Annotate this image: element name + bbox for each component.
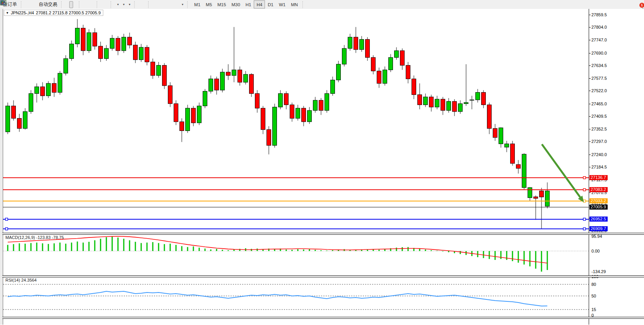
periods-button[interactable]: ▾ [121,1,126,8]
axis-tick [589,129,591,129]
toolbar-separator [79,1,81,8]
toolbar-separator [187,1,190,8]
price-line-label: 26909.7 [589,226,608,231]
axis-label: 50 [591,294,596,298]
toolbar-separator [21,1,23,8]
axis-label: 27522.0 [591,88,607,93]
axis-label: 0.00 [591,249,600,253]
axis-label: -134.29 [591,269,606,274]
main-chart-canvas[interactable] [3,9,589,233]
chart-title-box[interactable]: ▼ JPN225-,H4 27081.2 27115.8 27000.5 270… [4,10,103,16]
chevron-down-icon: ▼ [6,11,9,15]
toolbar-separator [61,1,63,8]
rsi-indicator-label: RSI(14) 24.3564 [5,278,37,282]
axis-tick [589,155,591,155]
timeframe-m1[interactable]: M1 [191,0,203,9]
axis-label: 15 [591,307,596,312]
pane-separator [2,317,644,319]
axis-label: 27297.0 [591,139,607,144]
quotes-button[interactable] [25,1,29,8]
signals-button[interactable] [33,1,37,8]
chart-window: ▼ JPN225-,H4 27081.2 27115.8 27000.5 270… [0,9,644,325]
toolbar-separator [97,1,99,8]
dropdown-caret: ▾ [129,3,130,6]
timeframe-h1[interactable]: H1 [243,0,254,9]
rsi-canvas[interactable] [3,277,589,317]
notification-badge: 1 [639,3,644,8]
market-watch-button[interactable] [29,1,33,8]
pane-separator[interactable] [2,275,644,277]
ohlc-values: 27081.2 27115.8 27000.5 27005.9 [36,10,101,15]
fibonacci-button[interactable]: F [168,1,172,8]
toolbar-separator [111,1,113,8]
axis-tick [589,53,591,53]
price-line-label: 27005.9 [589,205,608,210]
axis-tick [589,167,591,167]
axis-label: 27409.5 [591,114,607,119]
axis-label: 27240.0 [591,152,607,157]
axis-tick [589,104,591,104]
axis-tick [589,116,591,117]
price-line-label: 27033.2 [589,198,608,203]
timeframe-mn[interactable]: MN [288,0,301,9]
search-icon[interactable] [0,0,6,6]
vertical-line-button[interactable] [152,1,156,8]
timeframe-m15[interactable]: M15 [215,0,229,9]
new-chart-button[interactable]: ▾ [115,1,121,8]
chart-shift-button[interactable] [105,1,109,8]
timeframe-h4[interactable]: H4 [254,0,265,9]
timeframe-m30[interactable]: M30 [229,0,243,9]
axis-tick [589,193,591,193]
zoom-out-button[interactable] [87,1,91,8]
toolbar-separator [302,1,305,8]
axis-label: 27859.5 [591,12,607,17]
timeframe-group: M1M5M15M30H1H4D1W1MN [190,0,302,9]
axis-label: 27184.5 [591,165,607,169]
axis-tick [589,91,591,91]
pane-separator[interactable] [2,233,644,235]
text-button[interactable]: A [172,1,176,8]
crosshair-button[interactable] [142,1,146,8]
timeframe-m5[interactable]: M5 [203,0,215,9]
symbol-period-label: JPN225-,H4 [11,10,34,15]
autotrading-button[interactable]: 自动交易 [37,1,59,8]
toolbar-separator [134,1,137,8]
axis-label: 27634.5 [591,63,607,68]
trendline-button[interactable] [160,1,164,8]
axis-label: 27465.0 [591,101,607,106]
equidistant-channel-button[interactable]: E [164,1,168,8]
axis-label: 27352.5 [591,127,607,131]
autotrading-label: 自动交易 [39,1,57,8]
price-line-label: 27083.2 [589,187,608,192]
main-toolbar: 新订单 自动交易 [0,0,644,9]
axis-tick [589,78,591,79]
line-chart-button[interactable] [73,1,77,8]
candlestick-chart-button[interactable] [69,1,73,8]
dropdown-caret: ▾ [182,3,183,6]
arrows-button[interactable]: ▾ [179,1,185,8]
macd-indicator-label: MACD(12,26,9) -123.83 -78.75 [5,235,64,240]
rsi-line [8,291,547,306]
tile-windows-button[interactable] [91,1,95,8]
price-line-label: 27136.7 [589,175,608,180]
mt4-terminal: 新订单 自动交易 [0,0,644,325]
text-label-button[interactable]: T [176,1,179,8]
timeframe-w1[interactable]: W1 [276,0,288,9]
axis-tick [589,141,591,142]
dropdown-caret: ▾ [123,3,125,6]
macd-canvas[interactable] [3,234,589,275]
toolbar-separator [148,1,150,8]
horizontal-line-button[interactable] [156,1,160,8]
axis-label: 27804.0 [591,25,607,29]
cursor-button[interactable] [138,1,142,8]
auto-scroll-button[interactable] [101,1,105,8]
axis-tick [589,15,591,15]
templates-button[interactable]: ▾ [126,1,132,8]
dropdown-caret: ▾ [117,3,119,6]
axis-label: 27747.0 [591,38,607,42]
bar-chart-button[interactable] [65,1,69,8]
axis-label: 27577.5 [591,76,607,81]
axis-label: 27690.0 [591,51,607,55]
timeframe-d1[interactable]: D1 [265,0,276,9]
zoom-in-button[interactable] [83,1,87,8]
